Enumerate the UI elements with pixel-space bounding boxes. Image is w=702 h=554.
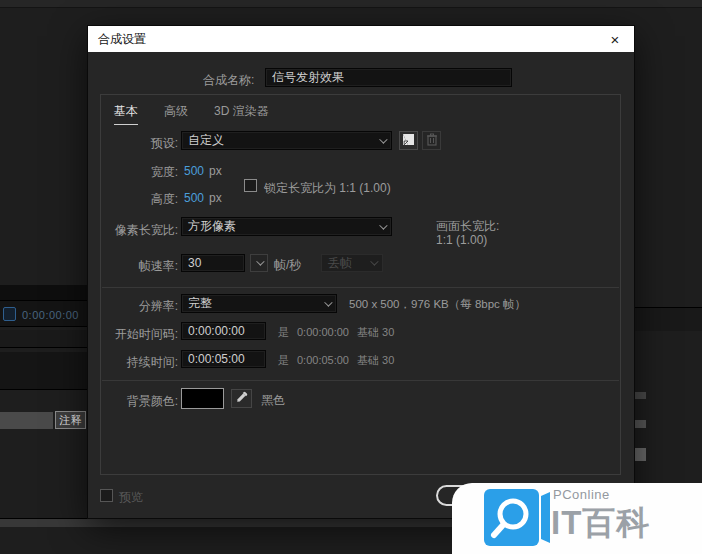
width-unit: px (209, 164, 222, 178)
lock-aspect-checkbox[interactable] (244, 179, 257, 192)
is-label: 是 (278, 325, 289, 340)
background-top-strip (0, 0, 702, 8)
background-band (0, 330, 88, 348)
resolution-value: 完整 (188, 295, 212, 312)
frame-rate-input[interactable] (181, 254, 245, 272)
width-label: 宽度: (108, 164, 178, 181)
chevron-down-icon (324, 298, 332, 306)
divider (102, 380, 619, 381)
composition-name-input[interactable] (265, 68, 512, 87)
pixel-aspect-label: 像素长宽比: (108, 222, 178, 239)
preset-label: 预设: (108, 135, 178, 152)
watermark-logo-icon (484, 489, 539, 546)
background-band (634, 307, 702, 331)
chevron-down-icon (370, 257, 378, 265)
background-color-label: 背景颜色: (108, 393, 178, 410)
delete-preset-button[interactable] (422, 131, 441, 150)
height-unit: px (209, 191, 222, 205)
pixel-aspect-dropdown[interactable]: 方形像素 (181, 217, 392, 236)
save-preset-button[interactable] (399, 131, 418, 150)
frame-rate-unit-label: 帧/秒 (274, 257, 301, 274)
frame-rate-dropdown-button[interactable] (250, 254, 268, 272)
dialog-titlebar[interactable]: 合成设置 × (88, 26, 634, 52)
background-color-swatch[interactable] (181, 388, 224, 409)
background-fragment (634, 420, 646, 428)
composition-settings-dialog: 合成设置 × 合成名称: 基本 高级 3D 渲染器 预设: 自定义 (88, 26, 634, 518)
duration-input[interactable] (181, 350, 266, 368)
duration-label: 持续时间: (108, 354, 178, 371)
composition-name-label: 合成名称: (203, 72, 254, 89)
preview-label: 预览 (119, 489, 143, 506)
tab-3d-renderer[interactable]: 3D 渲染器 (214, 103, 269, 124)
start-timecode-label: 开始时间码: (108, 326, 178, 343)
dialog-title: 合成设置 (98, 31, 146, 48)
divider (102, 287, 619, 288)
resolution-dropdown[interactable]: 完整 (181, 294, 337, 313)
pixel-aspect-value: 方形像素 (188, 218, 236, 235)
eyedropper-button[interactable] (231, 389, 252, 408)
lock-aspect-label: 锁定长宽比为 1:1 (1.00) (264, 180, 391, 197)
height-label: 高度: (108, 191, 178, 208)
duration-info: 是 0:00:05:00 基础 30 (278, 353, 394, 368)
start-timecode-info: 是 0:00:00:00 基础 30 (278, 325, 394, 340)
preset-value: 自定义 (188, 132, 224, 149)
preset-dropdown[interactable]: 自定义 (181, 131, 392, 150)
is-timecode: 0:00:00:00 (297, 326, 349, 338)
background-toolbar-strip (0, 412, 53, 429)
width-value[interactable]: 500 (184, 164, 204, 178)
chevron-down-icon (379, 135, 387, 143)
watermark-brand-text: PConline (553, 487, 610, 502)
is-timecode: 0:00:05:00 (297, 354, 349, 366)
resolution-label: 分辨率: (108, 298, 178, 315)
timeline-comp-icon (3, 307, 16, 321)
tab-basic[interactable]: 基本 (114, 103, 138, 125)
background-band (0, 352, 88, 390)
drop-frame-dropdown: 丢帧 (321, 254, 383, 272)
is-label: 是 (278, 353, 289, 368)
tab-advanced[interactable]: 高级 (164, 103, 188, 124)
save-preset-icon (402, 132, 415, 150)
background-fragment (634, 448, 646, 461)
background-color-name: 黑色 (261, 392, 285, 409)
chevron-down-icon (379, 221, 387, 229)
watermark-title-text: IT百科 (551, 501, 650, 546)
background-band (0, 285, 88, 300)
timeline-current-timecode: 0:00:00:00 (22, 309, 79, 321)
drop-frame-value: 丢帧 (328, 255, 352, 272)
start-timecode-input[interactable] (181, 322, 266, 340)
height-value[interactable]: 500 (184, 191, 204, 205)
base-label: 基础 30 (357, 325, 394, 340)
close-icon[interactable]: × (606, 30, 624, 48)
trash-icon (426, 132, 438, 150)
magnifier-icon (484, 532, 539, 549)
frame-rate-label: 帧速率: (108, 258, 178, 275)
preview-checkbox[interactable] (100, 489, 113, 502)
eyedropper-icon (235, 390, 248, 408)
watermark-page-fold (541, 492, 550, 543)
chevron-down-icon (256, 257, 264, 265)
resolution-info: 500 x 500，976 KB（每 8bpc 帧） (349, 297, 526, 312)
timeline-note-column-label: 注释 (55, 411, 86, 429)
frame-aspect-value: 1:1 (1.00) (436, 233, 487, 247)
app-screen: 0:00:00:00 注释 合成设置 × 合成名称: 基本 高级 3D 渲染器 … (0, 0, 702, 554)
base-label: 基础 30 (357, 353, 394, 368)
settings-panel: 基本 高级 3D 渲染器 预设: 自定义 宽度: 500 px 高度: (100, 94, 621, 475)
background-fragment (634, 392, 646, 399)
